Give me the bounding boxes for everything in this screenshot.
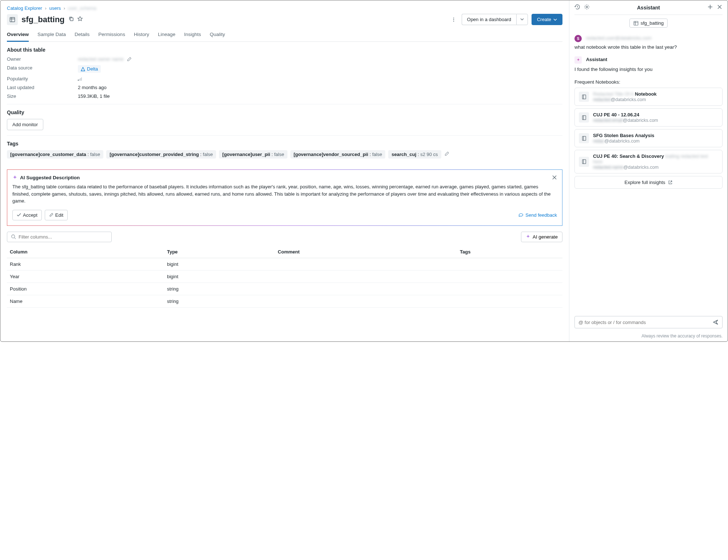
close-ai-icon[interactable] (552, 175, 557, 181)
assistant-name: Assistant (586, 57, 608, 62)
col-header[interactable]: Type (165, 246, 276, 258)
history-icon[interactable] (574, 4, 580, 11)
svg-point-6 (453, 21, 454, 21)
ai-generate-button[interactable]: AI generate (521, 232, 562, 242)
last-updated-value: 2 months ago (78, 85, 562, 90)
tag-chip[interactable]: search_cuj : s2 90 cs (388, 150, 441, 159)
datasource-label: Data source (7, 65, 78, 73)
svg-point-5 (453, 19, 454, 20)
accept-button[interactable]: Accept (12, 210, 42, 220)
tabs: Overview Sample Data Details Permissions… (7, 29, 562, 42)
table-icon (633, 21, 639, 26)
filter-columns-input[interactable] (7, 232, 112, 242)
svg-point-4 (453, 17, 454, 18)
page-title: sfg_batting (21, 15, 65, 24)
tag-chip[interactable]: [governance]customer_provided_string : f… (106, 150, 216, 159)
last-updated-label: Last updated (7, 85, 78, 90)
popularity-label: Popularity (7, 76, 78, 81)
notebook-card[interactable]: CUJ PE 40: Search & Discovery trailing r… (574, 150, 723, 173)
user-message-text: what notebook wrote this table in the la… (574, 44, 723, 50)
tab-history[interactable]: History (134, 29, 149, 41)
send-icon[interactable] (713, 319, 719, 325)
col-header[interactable]: Column (7, 246, 165, 258)
svg-rect-3 (70, 18, 73, 21)
edit-button[interactable]: Edit (45, 210, 68, 220)
col-header[interactable]: Tags (458, 246, 562, 258)
open-dashboard-button[interactable]: Open in a dashboard (462, 14, 516, 25)
disclaimer-text: Always review the accuracy of responses. (569, 332, 728, 341)
open-dashboard-dropdown[interactable] (516, 14, 528, 25)
breadcrumb: Catalog Explorer › users › user_schema (7, 5, 562, 11)
ai-body: The sfg_batting table contains data rela… (12, 183, 557, 205)
svg-rect-0 (10, 17, 15, 22)
sparkle-icon (526, 235, 530, 239)
tag-chip[interactable]: [governance]vendor_sourced_pii : false (290, 150, 385, 159)
edit-tags-icon[interactable] (444, 151, 449, 157)
quality-heading: Quality (7, 109, 562, 115)
gear-icon[interactable] (584, 4, 590, 11)
size-label: Size (7, 93, 78, 99)
delta-badge: Delta (78, 65, 101, 73)
notebook-icon (579, 157, 589, 167)
table-row[interactable]: Namestring (7, 295, 562, 307)
user-avatar: S (574, 35, 582, 42)
edit-owner-icon[interactable] (127, 57, 132, 62)
tab-sample-data[interactable]: Sample Data (37, 29, 66, 41)
notebook-card[interactable]: SFG Stolen Bases Analysisredac@databrick… (574, 129, 723, 147)
svg-rect-23 (582, 160, 585, 164)
breadcrumb-schema[interactable]: users (49, 5, 61, 11)
chevron-down-icon (553, 18, 557, 21)
add-monitor-button[interactable]: Add monitor (7, 119, 43, 130)
user-message: S redacted.user@databricks.com what note… (574, 35, 723, 50)
insights-heading: Frequent Notebooks: (574, 79, 723, 85)
pencil-icon (49, 213, 53, 217)
tag-chip[interactable]: [governance]user_pii : false (219, 150, 287, 159)
assistant-title: Assistant (593, 5, 704, 11)
notebook-card[interactable]: CUJ PE 40 - 12.06.24redacted.email@datab… (574, 108, 723, 127)
assistant-input[interactable] (574, 316, 723, 328)
table-icon (7, 14, 18, 25)
size-value: 159.3KiB, 1 file (78, 93, 562, 99)
owner-label: Owner (7, 56, 78, 62)
chat-icon (518, 212, 524, 217)
svg-rect-19 (582, 115, 585, 119)
user-name: redacted.user@databricks.com (586, 35, 652, 41)
copy-icon[interactable] (68, 16, 74, 23)
send-feedback-link[interactable]: Send feedback (518, 212, 557, 218)
tab-permissions[interactable]: Permissions (98, 29, 125, 41)
table-row[interactable]: Positionstring (7, 283, 562, 295)
notebook-card[interactable]: Redacted Title Of A Notebookredacted@dat… (574, 88, 723, 106)
breadcrumb-root[interactable]: Catalog Explorer (7, 5, 42, 11)
popularity-indicator (78, 77, 82, 81)
svg-point-9 (586, 6, 588, 8)
col-header[interactable]: Comment (276, 246, 458, 258)
close-assistant-icon[interactable] (717, 4, 723, 11)
tab-insights[interactable]: Insights (184, 29, 201, 41)
tab-lineage[interactable]: Lineage (158, 29, 175, 41)
ai-title: AI Suggested Description (20, 175, 80, 180)
svg-line-8 (15, 238, 16, 239)
new-chat-icon[interactable] (707, 4, 713, 11)
table-row[interactable]: Rankbigint (7, 258, 562, 270)
external-link-icon (668, 180, 673, 185)
star-icon[interactable] (77, 16, 83, 23)
tab-overview[interactable]: Overview (7, 29, 29, 42)
assistant-avatar (574, 56, 582, 64)
columns-table: Column Type Comment Tags RankbigintYearb… (7, 246, 562, 308)
tab-details[interactable]: Details (75, 29, 89, 41)
svg-point-7 (12, 235, 15, 238)
table-row[interactable]: Yearbigint (7, 270, 562, 283)
search-icon (11, 234, 16, 239)
svg-rect-21 (582, 136, 585, 140)
create-button[interactable]: Create (532, 14, 562, 25)
more-menu-icon[interactable] (449, 15, 458, 24)
tab-quality[interactable]: Quality (210, 29, 225, 41)
breadcrumb-last[interactable]: user_schema (68, 5, 96, 11)
sparkle-icon (12, 175, 17, 180)
notebook-icon (579, 112, 589, 123)
explore-insights-button[interactable]: Explore full insights (574, 176, 723, 189)
tags-heading: Tags (7, 141, 562, 147)
tag-chip[interactable]: [governance]core_customer_data : false (7, 150, 103, 159)
svg-rect-14 (634, 21, 638, 25)
context-pill[interactable]: sfg_batting (629, 19, 668, 28)
